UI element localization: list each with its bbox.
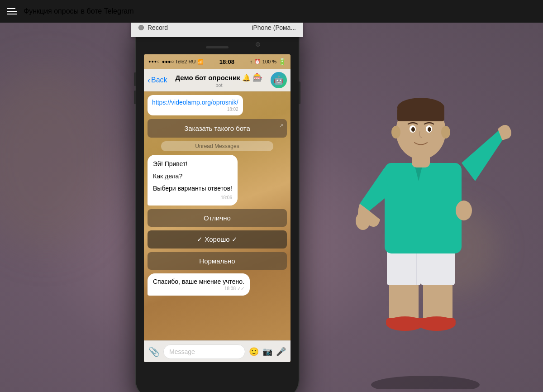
bot-avatar-emoji: 🎰 bbox=[252, 73, 262, 82]
record-dot bbox=[138, 25, 144, 30]
svg-point-22 bbox=[356, 212, 370, 230]
link-time: 18:02 bbox=[152, 107, 238, 112]
btn-normalno[interactable]: Нормально bbox=[148, 252, 287, 270]
order-label: Заказать такого бота bbox=[184, 124, 250, 132]
carrier-label: ●●●○ Tele2 RU bbox=[162, 59, 196, 64]
btn-otlichno[interactable]: Отлично bbox=[148, 209, 287, 227]
phone-screen: ●●●○ ●●●○ Tele2 RU 📶 18:08 ↑ ⏰ 100 % 🔋 ‹… bbox=[144, 54, 291, 362]
camera bbox=[256, 42, 260, 47]
svg-point-19 bbox=[391, 126, 400, 139]
nav-bar: ‹ Back Демо бот опросник 🔔 🎰 bot 🤖 bbox=[144, 69, 291, 91]
status-bar: ●●●○ ●●●○ Tele2 RU 📶 18:08 ↑ ⏰ 100 % 🔋 bbox=[144, 54, 291, 69]
bubble-line2: Как дела? bbox=[153, 172, 232, 181]
unread-divider: Unread Messages bbox=[161, 141, 273, 151]
time-display: 18:08 bbox=[219, 58, 234, 65]
message-placeholder: Message bbox=[169, 348, 195, 355]
mic-icon[interactable]: 🎤 bbox=[276, 347, 286, 357]
svg-rect-2 bbox=[387, 249, 421, 285]
svg-point-0 bbox=[371, 376, 480, 389]
alarm-icon: ⏰ bbox=[254, 59, 261, 65]
record-label: Record bbox=[148, 24, 168, 31]
top-bar: Функция опросы в боте Telegram bbox=[0, 0, 543, 23]
svg-point-21 bbox=[456, 201, 472, 220]
signal-dots: ●●●○ bbox=[148, 59, 160, 64]
status-left: ●●●○ ●●●○ Tele2 RU 📶 bbox=[148, 59, 204, 65]
attach-icon[interactable]: 📎 bbox=[148, 346, 160, 357]
back-chevron-icon: ‹ bbox=[148, 76, 150, 84]
wifi-icon: 📶 bbox=[197, 59, 204, 65]
forward-icon: ↗ bbox=[279, 123, 283, 129]
power-button bbox=[299, 81, 300, 104]
thanks-time: 18:08 ✓✓ bbox=[153, 286, 244, 291]
main-message-bubble: Эй! Привет! Как дела? Выбери варианты от… bbox=[148, 155, 238, 206]
vol-down-button bbox=[134, 91, 136, 104]
svg-point-18 bbox=[428, 127, 431, 132]
bubble-line1: Эй! Привет! bbox=[153, 159, 232, 169]
chat-info: Демо бот опросник 🔔 🎰 bot bbox=[170, 72, 268, 88]
btn-horosho[interactable]: ✓ Хорошо ✓ bbox=[148, 230, 287, 249]
svg-rect-8 bbox=[418, 318, 456, 325]
input-bar: 📎 Message 🙂 📷 🎤 bbox=[144, 340, 291, 362]
svg-rect-4 bbox=[421, 249, 455, 285]
person-image bbox=[335, 32, 525, 389]
back-label: Back bbox=[151, 76, 167, 84]
link-url[interactable]: https://videolamp.org/oprosnik/ bbox=[152, 99, 238, 106]
status-right: ↑ ⏰ 100 % 🔋 bbox=[250, 58, 286, 65]
chat-subtitle: bot bbox=[170, 82, 268, 88]
record-left: Record bbox=[138, 24, 168, 31]
speaker-grill bbox=[206, 46, 229, 48]
gps-icon: ↑ bbox=[250, 59, 252, 64]
vol-up-button bbox=[134, 72, 136, 86]
order-button[interactable]: ↗ Заказать такого бота bbox=[148, 119, 287, 138]
svg-point-17 bbox=[411, 127, 415, 132]
thanks-message: Спасибо, ваше мнение учтено. 18:08 ✓✓ bbox=[148, 273, 250, 296]
back-button[interactable]: ‹ Back bbox=[148, 76, 167, 84]
menu-icon[interactable] bbox=[7, 8, 17, 14]
page-title: Функция опросы в боте Telegram bbox=[24, 7, 133, 15]
message-input[interactable]: Message bbox=[163, 344, 245, 359]
chat-avatar: 🤖 bbox=[271, 72, 287, 88]
svg-rect-10 bbox=[385, 163, 462, 253]
chat-area: https://videolamp.org/oprosnik/ 18:02 ↗ … bbox=[144, 91, 291, 340]
bubble-time: 18:06 bbox=[153, 194, 232, 201]
battery-icon: 🔋 bbox=[278, 58, 286, 65]
link-message: https://videolamp.org/oprosnik/ 18:02 bbox=[148, 95, 243, 115]
svg-point-20 bbox=[441, 126, 450, 139]
sticker-icon[interactable]: 🙂 bbox=[249, 347, 259, 357]
device-label: iPhone (Рома... bbox=[252, 24, 296, 31]
input-icons: 🙂 📷 🎤 bbox=[249, 347, 286, 357]
read-checkmarks: ✓✓ bbox=[237, 286, 244, 291]
svg-rect-14 bbox=[397, 108, 444, 121]
camera-icon[interactable]: 📷 bbox=[262, 347, 272, 357]
chat-name: Демо бот опросник 🔔 🎰 bbox=[170, 72, 268, 82]
main-content: Record iPhone (Рома... ●●●○ ●●●○ Tele2 R… bbox=[0, 23, 543, 392]
bubble-line3: Выбери варианты ответов! bbox=[153, 184, 232, 193]
battery-label: 100 % bbox=[262, 59, 276, 64]
phone-mockup: Record iPhone (Рома... ●●●○ ●●●○ Tele2 R… bbox=[136, 18, 299, 392]
